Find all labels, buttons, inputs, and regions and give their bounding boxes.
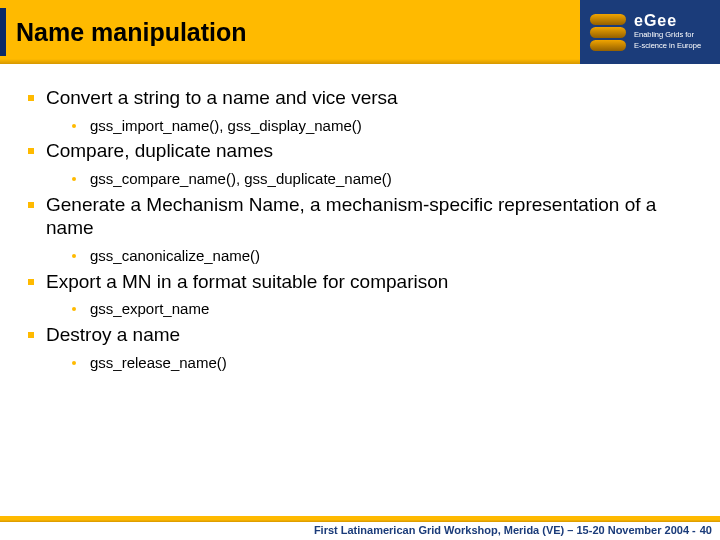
list-item: gss_import_name(), gss_display_name() (72, 116, 692, 136)
bullet-icon (72, 307, 76, 311)
bullet-text: Export a MN in a format suitable for com… (46, 270, 448, 294)
footer-page-number: 40 (700, 524, 712, 536)
list-item: gss_compare_name(), gss_duplicate_name() (72, 169, 692, 189)
bullet-icon (28, 95, 34, 101)
bullet-icon (28, 279, 34, 285)
list-item: gss_canonicalize_name() (72, 246, 692, 266)
slide: Name manipulation eGee Enabling Grids fo… (0, 0, 720, 540)
header-band: Name manipulation eGee Enabling Grids fo… (0, 0, 720, 64)
list-item: Compare, duplicate names gss_compare_nam… (28, 139, 692, 188)
bullet-icon (28, 332, 34, 338)
content-area: Convert a string to a name and vice vers… (0, 64, 720, 516)
footer: First Latinamerican Grid Workshop, Merid… (0, 516, 720, 540)
sub-bullet-text: gss_import_name(), gss_display_name() (90, 116, 362, 136)
sub-list: gss_import_name(), gss_display_name() (72, 116, 692, 136)
list-item: gss_export_name (72, 299, 692, 319)
bullet-icon (72, 361, 76, 365)
logo-text-sub1: Enabling Grids for (634, 31, 701, 40)
sub-list: gss_compare_name(), gss_duplicate_name() (72, 169, 692, 189)
logo-graphic (590, 14, 626, 51)
logo-text-group: eGee Enabling Grids for E-science in Eur… (634, 13, 701, 50)
sub-bullet-text: gss_export_name (90, 299, 209, 319)
bullet-icon (72, 124, 76, 128)
bullet-text: Destroy a name (46, 323, 180, 347)
sub-bullet-text: gss_release_name() (90, 353, 227, 373)
footer-text: First Latinamerican Grid Workshop, Merid… (314, 524, 696, 536)
footer-text-row: First Latinamerican Grid Workshop, Merid… (0, 522, 720, 540)
bullet-text: Convert a string to a name and vice vers… (46, 86, 398, 110)
logo-text-main: eGee (634, 13, 701, 29)
bullet-text: Compare, duplicate names (46, 139, 273, 163)
list-item: gss_release_name() (72, 353, 692, 373)
logo-text-sub2: E-science in Europe (634, 42, 701, 51)
bullet-icon (28, 148, 34, 154)
bullet-list: Convert a string to a name and vice vers… (28, 86, 692, 372)
bullet-icon (28, 202, 34, 208)
bullet-text: Generate a Mechanism Name, a mechanism-s… (46, 193, 692, 241)
sub-list: gss_export_name (72, 299, 692, 319)
sub-bullet-text: gss_canonicalize_name() (90, 246, 260, 266)
logo-egee: eGee Enabling Grids for E-science in Eur… (580, 0, 720, 64)
list-item: Export a MN in a format suitable for com… (28, 270, 692, 319)
sub-bullet-text: gss_compare_name(), gss_duplicate_name() (90, 169, 392, 189)
list-item: Destroy a name gss_release_name() (28, 323, 692, 372)
bullet-icon (72, 177, 76, 181)
list-item: Generate a Mechanism Name, a mechanism-s… (28, 193, 692, 266)
list-item: Convert a string to a name and vice vers… (28, 86, 692, 135)
sub-list: gss_release_name() (72, 353, 692, 373)
title-accent-bar (0, 8, 6, 56)
bullet-icon (72, 254, 76, 258)
slide-title: Name manipulation (16, 18, 247, 47)
sub-list: gss_canonicalize_name() (72, 246, 692, 266)
